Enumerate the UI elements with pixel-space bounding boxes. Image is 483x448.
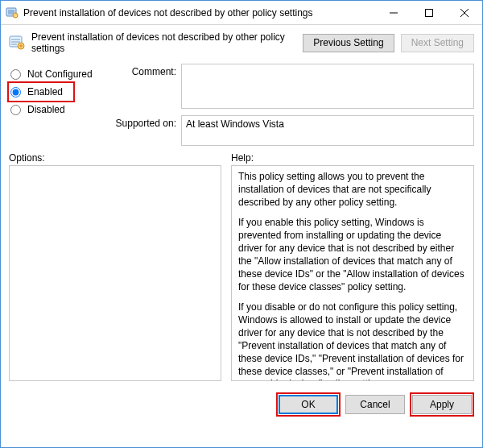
policy-header: Prevent installation of devices not desc… <box>1 25 482 59</box>
help-paragraph: If you enable this policy setting, Windo… <box>238 217 467 293</box>
radio-disabled-input[interactable] <box>10 105 21 115</box>
radio-not-configured-label: Not Configured <box>27 68 93 80</box>
radio-enabled[interactable]: Enabled <box>9 83 73 101</box>
help-paragraph: If you disable or do not configure this … <box>238 301 467 381</box>
radio-not-configured-input[interactable] <box>10 69 21 80</box>
policy-icon <box>9 35 25 51</box>
radio-not-configured[interactable]: Not Configured <box>9 65 104 83</box>
help-pane[interactable]: This policy setting allows you to preven… <box>231 165 474 381</box>
policy-app-icon <box>6 6 19 19</box>
window-title: Prevent installation of devices not desc… <box>23 7 376 19</box>
policy-title: Prevent installation of devices not desc… <box>31 31 296 54</box>
options-pane[interactable] <box>9 165 221 381</box>
state-radios: Not Configured Enabled Disabled <box>9 64 104 146</box>
svg-point-1 <box>13 13 18 18</box>
footer: OK Cancel Apply <box>1 381 482 426</box>
radio-enabled-input[interactable] <box>10 87 21 97</box>
help-paragraph: This policy setting allows you to preven… <box>238 171 467 209</box>
svg-rect-2 <box>426 9 433 16</box>
previous-setting-button[interactable]: Previous Setting <box>303 34 394 52</box>
help-label: Help: <box>231 152 474 164</box>
config-area: Not Configured Enabled Disabled Comment:… <box>1 59 482 147</box>
ok-button[interactable]: OK <box>279 395 338 414</box>
supported-label: Supported on: <box>112 115 181 129</box>
options-label: Options: <box>9 152 221 164</box>
apply-button[interactable]: Apply <box>412 395 472 414</box>
mid-labels: Options: Help: <box>1 147 482 165</box>
radio-enabled-label: Enabled <box>27 86 63 97</box>
comment-label: Comment: <box>112 64 181 77</box>
radio-disabled[interactable]: Disabled <box>9 101 104 118</box>
next-setting-button: Next Setting <box>401 34 474 52</box>
minimize-button[interactable] <box>376 1 411 25</box>
cancel-button[interactable]: Cancel <box>345 395 405 414</box>
maximize-button[interactable] <box>411 1 447 25</box>
close-button[interactable] <box>447 1 482 25</box>
comment-input[interactable] <box>181 64 474 109</box>
radio-disabled-label: Disabled <box>27 104 65 115</box>
panes: This policy setting allows you to preven… <box>1 165 482 381</box>
titlebar: Prevent installation of devices not desc… <box>1 1 482 25</box>
supported-on-box <box>181 115 474 146</box>
fields-grid: Comment: Supported on: <box>112 64 474 146</box>
